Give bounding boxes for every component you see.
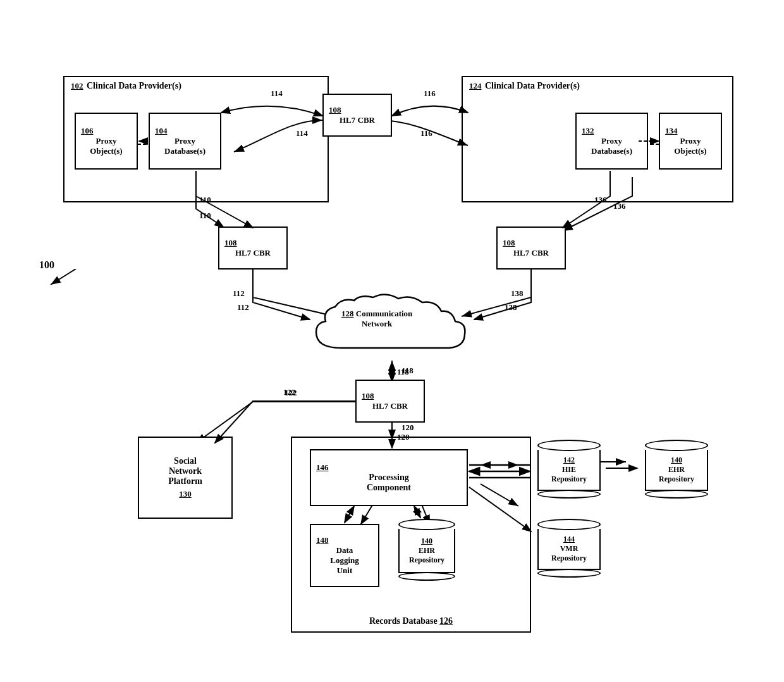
box-108c: 108 HL7 CBR: [496, 226, 566, 270]
label-132: ProxyDatabase(s): [591, 136, 632, 156]
label-108c: HL7 CBR: [513, 248, 549, 258]
label-102: Clinical Data Provider(s): [87, 81, 181, 91]
label-106: ProxyObject(s): [90, 136, 122, 156]
label-148: DataLoggingUnit: [330, 545, 359, 576]
svg-line-24: [51, 269, 76, 285]
ref-146: 146: [316, 462, 329, 473]
label-134: ProxyObject(s): [674, 136, 706, 156]
cylinder-140b: 140 EHRRepository: [639, 440, 714, 509]
ref-148: 148: [316, 535, 329, 545]
box-146: 146 ProcessingComponent: [310, 449, 468, 506]
svg-text:138: 138: [511, 288, 524, 298]
box-108a: 108 HL7 CBR: [322, 94, 392, 137]
ref-104: 104: [155, 126, 168, 136]
cloud-128: 128 CommunicationNetwork: [303, 291, 481, 367]
svg-text:110: 110: [199, 211, 211, 220]
svg-text:118: 118: [397, 367, 409, 376]
svg-text:116: 116: [420, 128, 432, 138]
ref-108b: 108: [224, 238, 237, 248]
cylinder-142: 142 HIERepository: [531, 440, 607, 509]
svg-text:118: 118: [401, 366, 413, 375]
label-104: ProxyDatabase(s): [164, 136, 205, 156]
svg-text:112: 112: [233, 288, 245, 298]
box-132: 132 ProxyDatabase(s): [575, 113, 648, 170]
diagram-container: 110 112 114 116 118 120 122 136 138 100 …: [0, 0, 784, 682]
ref-134: 134: [665, 126, 678, 136]
box-106: 106 ProxyObject(s): [75, 113, 138, 170]
ref-106: 106: [81, 126, 94, 136]
svg-text:122: 122: [285, 388, 297, 397]
svg-text:112: 112: [237, 302, 249, 312]
label-124-ref: 124: [469, 81, 482, 91]
ref-132: 132: [582, 126, 594, 136]
cloud-svg: [303, 291, 481, 367]
box-108b: 108 HL7 CBR: [218, 226, 288, 270]
label-130: SocialNetworkPlatform: [168, 456, 202, 487]
box-130: SocialNetworkPlatform 130: [138, 437, 233, 519]
box-134: 134 ProxyObject(s): [659, 113, 722, 170]
svg-text:116: 116: [424, 89, 436, 98]
label-102-ref: 102: [71, 81, 83, 91]
svg-text:120: 120: [401, 423, 414, 432]
ref-108d: 108: [362, 391, 374, 401]
ref-130: 130: [179, 489, 192, 499]
label-126: Records Database 126: [369, 616, 453, 626]
label-108b: HL7 CBR: [235, 248, 271, 258]
svg-text:138: 138: [505, 302, 517, 312]
cylinder-140a: 140 EHRRepository: [392, 519, 462, 588]
svg-text:136: 136: [613, 201, 626, 211]
box-108d: 108 HL7 CBR: [355, 380, 425, 423]
svg-text:122: 122: [283, 387, 296, 397]
label-108d: HL7 CBR: [372, 401, 408, 411]
box-104: 104 ProxyDatabase(s): [149, 113, 221, 170]
box-148: 148 DataLoggingUnit: [310, 524, 379, 587]
label-124: Clinical Data Provider(s): [485, 81, 580, 91]
label-108a: HL7 CBR: [340, 115, 375, 125]
label-146: ProcessingComponent: [367, 473, 411, 493]
ref-108a: 108: [329, 105, 341, 115]
cylinder-144: 144 VMRRepository: [531, 519, 607, 588]
arrow-100: [47, 269, 79, 288]
ref-108c: 108: [503, 238, 515, 248]
